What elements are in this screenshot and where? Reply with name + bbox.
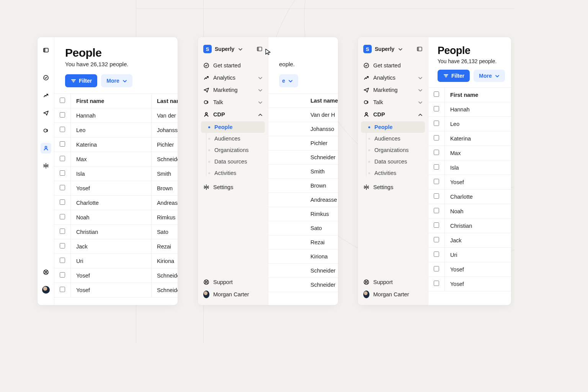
subnav-audiences[interactable]: Audiences — [361, 133, 425, 144]
table-row[interactable]: YosefSchneider — [54, 283, 178, 297]
row-checkbox[interactable] — [54, 137, 71, 152]
row-checkbox[interactable] — [54, 268, 71, 283]
row-checkbox[interactable] — [54, 108, 71, 123]
row-checkbox[interactable] — [54, 152, 71, 167]
row-checkbox[interactable] — [428, 204, 445, 219]
table-row[interactable]: Schneider — [268, 150, 338, 165]
row-checkbox[interactable] — [428, 131, 445, 146]
row-checkbox[interactable] — [54, 123, 71, 137]
more-button[interactable]: More — [474, 70, 505, 82]
table-row[interactable]: CharlotteAndreasse — [54, 196, 178, 210]
subnav-organizations[interactable]: Organizations — [201, 144, 265, 156]
row-checkbox[interactable] — [428, 248, 445, 262]
table-row[interactable]: Leo — [428, 117, 511, 131]
table-row[interactable]: Rimkus — [268, 207, 338, 221]
table-row[interactable]: Kiriona — [268, 250, 338, 264]
filter-button[interactable]: Filter — [438, 70, 470, 82]
subnav-data-sources[interactable]: Data sources — [201, 156, 265, 167]
table-row[interactable]: Noah — [428, 204, 511, 219]
table-row[interactable]: Schneider — [268, 264, 338, 278]
nav-talk[interactable]: Talk — [198, 96, 268, 108]
table-row[interactable]: Andreasse — [268, 193, 338, 207]
nav-analytics[interactable]: Analytics — [358, 72, 428, 84]
table-row[interactable]: Van der H — [268, 108, 338, 122]
table-row[interactable]: Brown — [268, 179, 338, 193]
nav-get-started[interactable] — [41, 72, 51, 83]
table-row[interactable]: Charlotte — [428, 189, 511, 204]
nav-user[interactable]: Morgan Carter — [358, 288, 428, 301]
table-row[interactable]: Johansso — [268, 122, 338, 136]
table-row[interactable]: LeoJohansso — [54, 123, 178, 137]
row-checkbox[interactable] — [54, 254, 71, 268]
table-row[interactable]: Rezai — [268, 235, 338, 250]
table-row[interactable]: Isla — [428, 160, 511, 175]
nav-settings[interactable] — [41, 160, 51, 171]
row-checkbox[interactable] — [428, 189, 445, 204]
org-switcher[interactable]: S Superly — [198, 42, 268, 56]
col-first[interactable]: First name — [71, 94, 152, 108]
table-row[interactable]: Schneider — [268, 278, 338, 292]
nav-marketing[interactable] — [41, 108, 51, 118]
table-row[interactable]: IslaSmith — [54, 167, 178, 181]
row-checkbox[interactable] — [54, 167, 71, 181]
table-row[interactable]: Jack — [428, 233, 511, 248]
row-checkbox[interactable] — [54, 181, 71, 196]
row-checkbox[interactable] — [54, 210, 71, 225]
nav-support[interactable]: Support — [358, 276, 428, 288]
row-checkbox[interactable] — [428, 219, 445, 233]
nav-talk[interactable] — [41, 125, 51, 136]
row-checkbox[interactable] — [428, 117, 445, 131]
user-avatar[interactable] — [41, 284, 51, 295]
select-all[interactable] — [428, 88, 445, 102]
table-row[interactable]: Uri — [428, 248, 511, 262]
subnav-activities[interactable]: Activities — [361, 167, 425, 179]
row-checkbox[interactable] — [54, 239, 71, 254]
subnav-organizations[interactable]: Organizations — [361, 144, 425, 156]
table-row[interactable]: HannahVan der H — [54, 108, 178, 123]
nav-analytics[interactable]: Analytics — [198, 72, 268, 84]
nav-settings[interactable]: Settings — [198, 181, 268, 193]
nav-talk[interactable]: Talk — [358, 96, 428, 108]
col-last[interactable]: Last name — [268, 94, 338, 108]
filter-button[interactable]: Filter — [65, 74, 97, 87]
table-row[interactable]: Yosef — [428, 175, 511, 189]
org-switcher[interactable]: S Superly — [358, 42, 428, 56]
nav-analytics[interactable] — [41, 90, 51, 101]
subnav-people[interactable]: People — [201, 121, 265, 133]
table-row[interactable]: Pichler — [268, 136, 338, 150]
col-first[interactable]: First name — [445, 88, 511, 102]
row-checkbox[interactable] — [54, 196, 71, 210]
subnav-audiences[interactable]: Audiences — [201, 133, 265, 144]
toggle-sidebar-button[interactable] — [416, 46, 423, 52]
table-row[interactable]: Max — [428, 146, 511, 160]
col-last[interactable]: Last name — [151, 94, 178, 108]
table-row[interactable]: YosefBrown — [54, 181, 178, 196]
table-row[interactable]: Christian — [428, 219, 511, 233]
nav-settings[interactable]: Settings — [358, 181, 428, 193]
table-row[interactable]: Yosef — [428, 277, 511, 291]
more-button[interactable]: More — [101, 74, 132, 87]
table-row[interactable]: KaterinaPichler — [54, 137, 178, 152]
row-checkbox[interactable] — [428, 102, 445, 117]
table-row[interactable]: JackRezai — [54, 239, 178, 254]
table-row[interactable]: ChristianSato — [54, 225, 178, 239]
row-checkbox[interactable] — [428, 175, 445, 189]
select-all[interactable] — [54, 94, 71, 108]
row-checkbox[interactable] — [428, 160, 445, 175]
nav-get-started[interactable]: Get started — [198, 59, 268, 72]
nav-cdp[interactable] — [41, 143, 51, 154]
row-checkbox[interactable] — [428, 146, 445, 160]
nav-get-started[interactable]: Get started — [358, 59, 428, 72]
table-row[interactable]: Smith — [268, 165, 338, 179]
table-row[interactable]: NoahRimkus — [54, 210, 178, 225]
nav-support[interactable]: Support — [198, 276, 268, 288]
nav-cdp[interactable]: CDP — [198, 108, 268, 121]
nav-marketing[interactable]: Marketing — [198, 84, 268, 96]
nav-marketing[interactable]: Marketing — [358, 84, 428, 96]
row-checkbox[interactable] — [428, 233, 445, 248]
more-button[interactable]: e — [279, 74, 298, 87]
table-row[interactable]: Yosef — [428, 262, 511, 277]
row-checkbox[interactable] — [54, 283, 71, 297]
subnav-people[interactable]: People — [361, 121, 425, 133]
subnav-data-sources[interactable]: Data sources — [361, 156, 425, 167]
